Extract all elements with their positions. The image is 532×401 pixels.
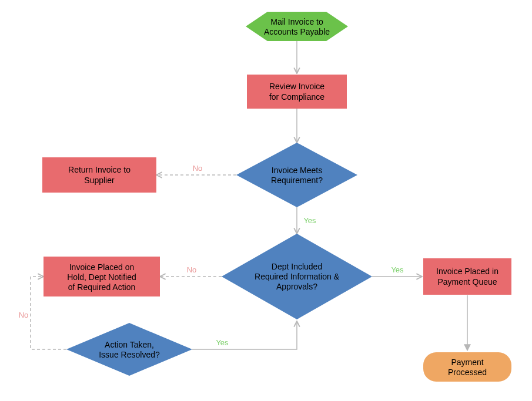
edge-action-yes-label: Yes	[216, 338, 229, 347]
node-action-line1: Action Taken,	[105, 340, 154, 349]
node-action: Action Taken, Issue Resolved?	[66, 323, 192, 376]
edge-meets-no-label: No	[193, 164, 203, 173]
node-hold-line1: Invoice Placed on	[69, 262, 135, 272]
edge-dept-no-label: No	[187, 265, 197, 274]
node-return-line2: Supplier	[84, 176, 115, 185]
node-dept-line1: Dept Included	[272, 262, 322, 271]
node-return: Return Invoice to Supplier	[42, 157, 156, 193]
node-meets-line1: Invoice Meets	[272, 166, 322, 175]
node-dept: Dept Included Required Information & App…	[222, 234, 372, 319]
edge-action-no-label: No	[19, 311, 29, 319]
node-queue-line2: Payment Queue	[437, 277, 497, 287]
node-hold: Invoice Placed on Hold, Dept Notified of…	[44, 257, 160, 296]
edge-meets-yes-label: Yes	[303, 216, 316, 225]
edge-action-yes	[192, 321, 297, 349]
node-processed-line2: Processed	[448, 368, 487, 377]
node-dept-line3: Approvals?	[276, 282, 317, 291]
node-start-line1: Mail Invoice to	[270, 17, 323, 26]
node-hold-line2: Hold, Dept Notified	[67, 272, 136, 282]
node-processed: Payment Processed	[423, 352, 511, 382]
flowchart: No Yes No Yes Yes No Mail Invoice to Acc…	[0, 0, 532, 401]
node-dept-line2: Required Information &	[255, 272, 340, 281]
node-meets: Invoice Meets Requirement?	[236, 143, 357, 207]
edge-dept-yes-label: Yes	[391, 265, 404, 274]
node-review-line2: for Compliance	[269, 92, 324, 102]
node-start: Mail Invoice to Accounts Payable	[246, 12, 355, 41]
node-queue-line1: Invoice Placed in	[436, 267, 498, 276]
node-hold-line3: of Required Action	[68, 282, 135, 292]
node-action-line2: Issue Resolved?	[99, 350, 160, 359]
node-processed-line1: Payment	[451, 358, 483, 367]
node-start-line2: Accounts Payable	[264, 27, 330, 36]
node-meets-line2: Requirement?	[271, 176, 323, 185]
node-review-line1: Review Invoice	[269, 82, 324, 91]
node-review: Review Invoice for Compliance	[247, 75, 347, 109]
node-queue: Invoice Placed in Payment Queue	[423, 258, 511, 295]
node-return-line1: Return Invoice to	[68, 165, 131, 174]
